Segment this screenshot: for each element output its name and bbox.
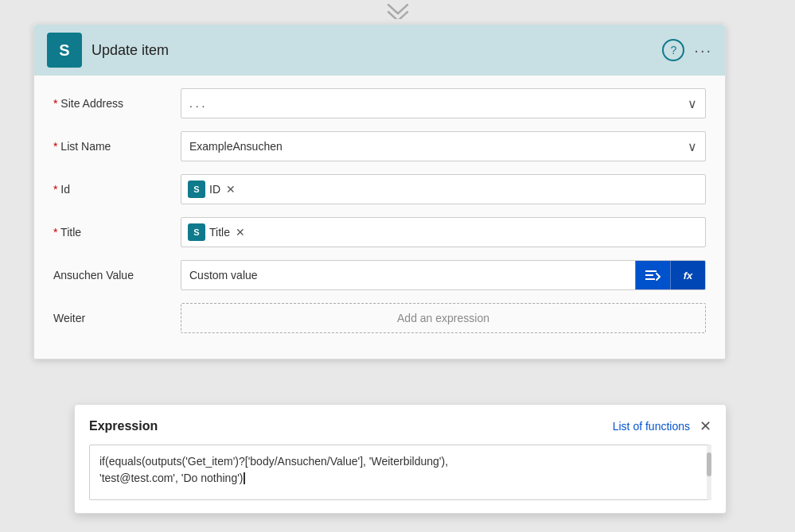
- expression-editor-wrap: if(equals(outputs('Get_item')?['body/Ans…: [89, 445, 711, 500]
- help-button[interactable]: ?: [662, 39, 684, 61]
- site-address-chevron: ∨: [688, 96, 697, 111]
- card-icon: S: [47, 33, 82, 68]
- id-row: Id S ID ✕: [53, 174, 706, 204]
- site-address-dropdown[interactable]: . . . ∨: [181, 88, 706, 118]
- update-item-card: S Update item ? ··· Site Address . . . ∨: [33, 24, 726, 359]
- ansuchen-value-input[interactable]: Custom value fx: [181, 260, 706, 290]
- title-token-icon: S: [188, 223, 205, 241]
- list-name-dropdown[interactable]: ExampleAnsuchen ∨: [181, 131, 706, 161]
- svg-rect-0: [645, 270, 657, 272]
- card-header: S Update item ? ···: [34, 25, 725, 76]
- expression-panel: Expression List of functions ✕ if(equals…: [74, 404, 727, 514]
- list-name-chevron: ∨: [688, 139, 697, 154]
- title-token-input[interactable]: S Title ✕: [181, 217, 706, 247]
- fx-icon: fx: [684, 270, 693, 282]
- card-title: Update item: [92, 42, 653, 59]
- id-token-input[interactable]: S ID ✕: [181, 174, 706, 204]
- list-name-control: ExampleAnsuchen ∨: [181, 131, 706, 161]
- ansuchen-value-row: Ansuchen Value Custom value: [53, 260, 706, 290]
- list-name-label: List Name: [53, 140, 181, 153]
- id-token-remove[interactable]: ✕: [226, 183, 236, 196]
- title-row: Title S Title ✕: [53, 217, 706, 247]
- site-address-row: Site Address . . . ∨: [53, 88, 706, 118]
- id-token-icon: S: [188, 181, 205, 198]
- expression-close-button[interactable]: ✕: [700, 417, 711, 435]
- add-expression-input[interactable]: Add an expression: [181, 303, 706, 333]
- weiter-control: Add an expression: [181, 303, 706, 333]
- id-token: S ID ✕: [188, 181, 236, 198]
- expression-header: Expression List of functions ✕: [89, 417, 711, 435]
- text-cursor: [244, 472, 245, 484]
- ansuchen-value-label: Ansuchen Value: [53, 269, 181, 282]
- title-label: Title: [53, 226, 181, 239]
- title-token-label: Title: [209, 226, 230, 239]
- weiter-row: Weiter Add an expression: [53, 303, 706, 333]
- page-wrapper: S Update item ? ··· Site Address . . . ∨: [0, 0, 795, 532]
- expression-editor[interactable]: if(equals(outputs('Get_item')?['body/Ans…: [89, 445, 711, 500]
- expression-scrollbar-thumb: [707, 452, 711, 476]
- list-name-value: ExampleAnsuchen: [189, 140, 283, 153]
- site-address-control: . . . ∨: [181, 88, 706, 118]
- weiter-label: Weiter: [53, 312, 181, 324]
- id-control: S ID ✕: [181, 174, 706, 204]
- expression-title: Expression: [89, 419, 158, 433]
- title-control: S Title ✕: [181, 217, 706, 247]
- card-body: Site Address . . . ∨ List Name ExampleAn…: [34, 76, 725, 359]
- ansuchen-custom-value-text: Custom value: [181, 269, 635, 282]
- list-name-row: List Name ExampleAnsuchen ∨: [53, 131, 706, 161]
- expression-button[interactable]: fx: [670, 261, 705, 289]
- add-expression-text: Add an expression: [397, 312, 489, 324]
- title-token: S Title ✕: [188, 223, 245, 241]
- id-token-label: ID: [209, 183, 220, 196]
- expression-header-right: List of functions ✕: [613, 417, 711, 435]
- site-address-label: Site Address: [53, 97, 181, 110]
- id-label: Id: [53, 183, 181, 196]
- svg-rect-2: [645, 278, 655, 280]
- more-options-button[interactable]: ···: [694, 41, 712, 60]
- expression-scrollbar[interactable]: [707, 445, 711, 500]
- title-token-remove[interactable]: ✕: [236, 226, 245, 239]
- ansuchen-value-control: Custom value fx: [181, 260, 706, 290]
- ansuchen-value-buttons: fx: [635, 261, 705, 289]
- svg-rect-1: [645, 274, 653, 276]
- list-of-functions-link[interactable]: List of functions: [613, 420, 690, 433]
- site-address-value: . . .: [189, 97, 205, 110]
- dynamic-content-button[interactable]: [635, 261, 670, 289]
- top-arrow-icon: [384, 2, 412, 24]
